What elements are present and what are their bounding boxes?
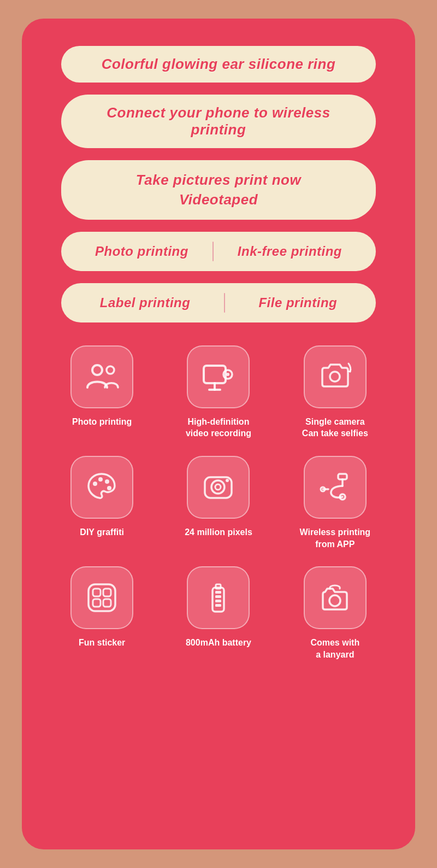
diy-graffiti-icon [84,470,120,505]
svg-point-7 [330,372,340,382]
icon-box-lanyard [304,566,367,629]
pill-label-printing-text: Label printing [100,295,191,310]
svg-rect-23 [103,589,111,596]
svg-point-13 [211,480,225,494]
svg-rect-31 [215,604,221,607]
icon-label-lanyard: Comes witha lanyard [310,637,359,660]
pill-take-pictures-text: Take pictures print nowVideotaped [136,172,301,208]
svg-point-32 [329,595,340,606]
single-camera-icon [317,359,353,395]
icon-label-fun-sticker: Fun sticker [79,637,125,649]
svg-rect-28 [215,591,221,594]
icon-label-wireless-app: Wireless printingfrom APP [299,526,370,550]
icons-row-3: Fun sticker 800mAh battery [44,566,393,660]
svg-point-8 [93,482,97,486]
svg-rect-25 [103,599,111,607]
pill-divider [212,242,214,261]
icon-item-lanyard: Comes witha lanyard [291,566,379,660]
svg-rect-22 [93,589,101,596]
pill-divider2 [224,293,225,313]
icons-row-2: DIY graffiti 24 million pixels [44,456,393,550]
icon-label-battery: 800mAh battery [186,637,251,649]
icon-box-diy-graffiti [70,456,133,519]
icon-item-photo-printing: Photo printing [58,345,146,428]
svg-rect-27 [216,584,221,589]
pill-wireless-printing-text: Connect your phone to wireless printing [107,104,330,138]
battery-icon [200,580,236,615]
pill-silicone-ring: Colorful glowing ear silicone ring [61,46,376,83]
pill-photo-printing-text: Photo printing [95,244,188,259]
svg-point-0 [92,365,102,375]
icon-box-photo-printing [70,345,133,408]
icon-box-24mp [187,456,250,519]
pill-photo-ink: Photo printing Ink-free printing [61,232,376,271]
icon-item-wireless-app: Wireless printingfrom APP [291,456,379,550]
icon-item-fun-sticker: Fun sticker [58,566,146,649]
icon-label-photo-printing: Photo printing [72,416,132,428]
pill-take-pictures: Take pictures print nowVideotaped [61,160,376,220]
icon-box-single-camera [304,345,367,408]
icon-item-diy-graffiti: DIY graffiti [58,456,146,538]
icon-box-fun-sticker [70,566,133,629]
pill-label-file: Label printing File printing [61,283,376,322]
icon-item-single-camera: Single cameraCan take selfies [291,345,379,439]
svg-point-15 [226,479,229,482]
24mp-icon [200,470,236,505]
hd-video-icon [200,359,236,395]
pill-silicone-ring-text: Colorful glowing ear silicone ring [102,56,336,72]
pill-ink-free-text: Ink-free printing [238,244,342,259]
pill-file-printing-text: File printing [258,295,337,310]
icon-label-diy-graffiti: DIY graffiti [80,526,124,538]
svg-rect-29 [215,595,221,598]
photo-printing-icon [84,359,120,395]
icon-label-24mp: 24 million pixels [185,526,252,538]
fun-sticker-icon [84,580,120,615]
icon-item-hd-video: High-definitionvideo recording [175,345,262,439]
icons-section: Photo printing High-definitionvideo reco… [44,345,393,677]
icon-box-battery [187,566,250,629]
main-card: Colorful glowing ear silicone ring Conne… [22,19,415,849]
svg-point-11 [107,486,111,490]
svg-rect-2 [204,366,226,383]
svg-point-1 [107,366,114,374]
icon-label-single-camera: Single cameraCan take selfies [302,416,368,439]
icon-item-battery: 800mAh battery [175,566,262,649]
svg-rect-24 [93,599,101,607]
icon-box-hd-video [187,345,250,408]
icon-label-hd-video: High-definitionvideo recording [186,416,251,439]
icon-box-wireless-app [304,456,367,519]
svg-point-9 [98,477,103,482]
svg-point-10 [105,479,109,484]
icons-row-1: Photo printing High-definitionvideo reco… [44,345,393,439]
wireless-app-icon [317,470,353,505]
svg-point-6 [226,373,229,376]
svg-rect-30 [215,600,221,602]
svg-rect-21 [88,584,115,611]
icon-item-24mp: 24 million pixels [175,456,262,538]
pill-wireless-printing: Connect your phone to wireless printing [61,95,376,148]
lanyard-icon [317,580,353,615]
svg-point-14 [215,484,221,490]
